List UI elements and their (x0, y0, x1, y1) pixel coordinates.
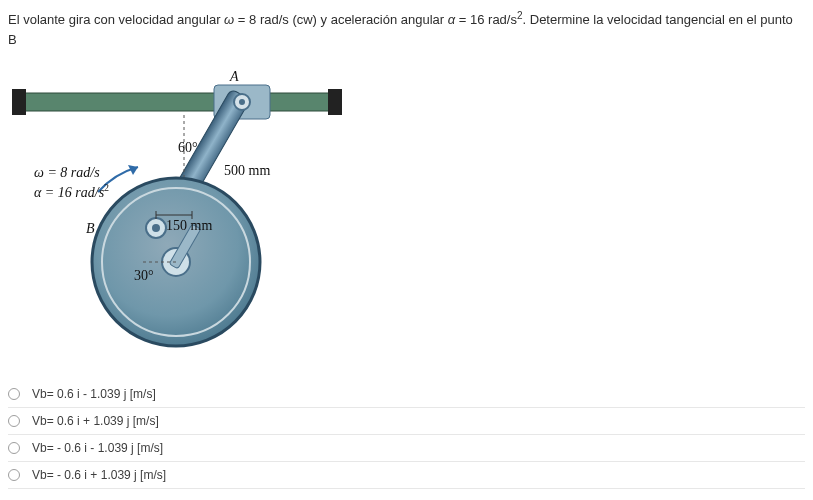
label-angle30: 30° (134, 268, 154, 284)
q-omega: ω (224, 12, 234, 27)
svg-point-13 (152, 224, 160, 232)
label-dim150: 150 mm (166, 218, 212, 234)
radio-icon[interactable] (8, 388, 20, 400)
label-dim500: 500 mm (224, 163, 270, 179)
label-a: A (230, 69, 239, 85)
svg-point-6 (239, 99, 245, 105)
figure-svg (8, 67, 348, 357)
q-mid2: = 16 rad/s (455, 12, 517, 27)
q-mid1: = 8 rad/s (cw) y aceleración angular (234, 12, 448, 27)
answer-label: Vb= 0.6 i - 1.039 j [m/s] (32, 387, 156, 401)
label-alpha: α = 16 rad/s (34, 185, 104, 200)
answer-label: Vb= 0.6 i + 1.039 j [m/s] (32, 414, 159, 428)
answer-option[interactable]: Vb= 0.6 i + 1.039 j [m/s] (8, 408, 805, 435)
svg-rect-2 (328, 89, 342, 115)
answer-label: Vb= - 0.6 i + 1.039 j [m/s] (32, 468, 166, 482)
q-prefix: El volante gira con velocidad angular (8, 12, 224, 27)
radio-icon[interactable] (8, 469, 20, 481)
question-text: El volante gira con velocidad angular ω … (8, 8, 805, 49)
answer-option[interactable]: Vb= - 0.6 i - 1.039 j [m/s] (8, 435, 805, 462)
answer-list: Vb= 0.6 i - 1.039 j [m/s] Vb= 0.6 i + 1.… (8, 381, 805, 489)
label-angle60: 60° (178, 140, 198, 156)
label-b: B (86, 221, 95, 237)
radio-icon[interactable] (8, 415, 20, 427)
radio-icon[interactable] (8, 442, 20, 454)
answer-option[interactable]: Vb= - 0.6 i + 1.039 j [m/s] (8, 462, 805, 489)
figure: A 60° 500 mm 150 mm 30° B ω = 8 rad/s α … (8, 67, 348, 357)
answer-label: Vb= - 0.6 i - 1.039 j [m/s] (32, 441, 163, 455)
svg-rect-1 (12, 89, 26, 115)
answer-option[interactable]: Vb= 0.6 i - 1.039 j [m/s] (8, 381, 805, 408)
svg-rect-0 (18, 93, 334, 111)
label-omega: ω = 8 rad/s (34, 165, 100, 180)
label-alpha-exp: 2 (104, 182, 109, 193)
